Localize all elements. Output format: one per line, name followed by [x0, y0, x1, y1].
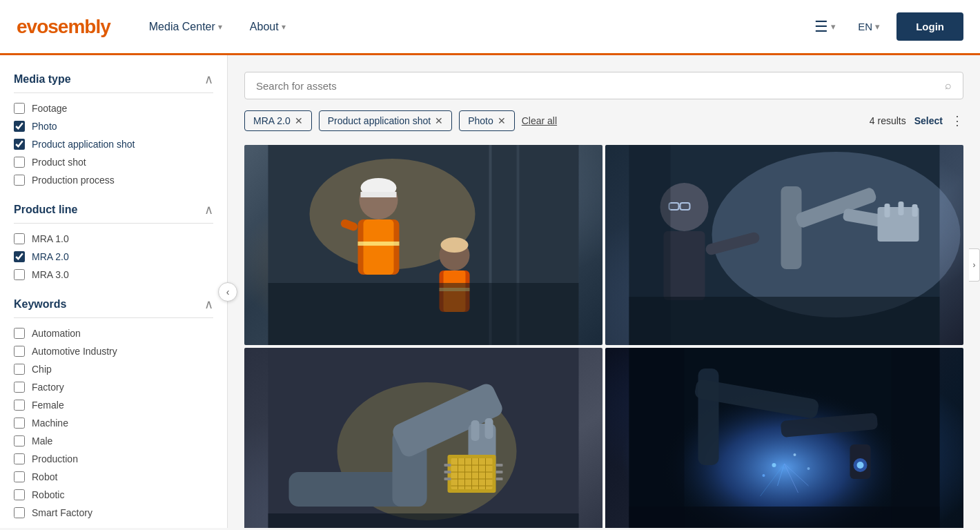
svg-rect-7 [364, 219, 394, 275]
collapse-media-type-icon[interactable]: ∧ [204, 72, 213, 87]
product-application-shot-checkbox[interactable] [14, 139, 25, 150]
mra2-checkbox[interactable] [14, 251, 25, 262]
language-selector[interactable]: EN ▾ [852, 15, 885, 38]
filter-media-type: Media type ∧ Footage Photo Product appli… [14, 72, 213, 186]
svg-rect-78 [629, 348, 685, 528]
image-card-welding[interactable] [605, 348, 963, 528]
filter-product-shot[interactable]: Product shot [14, 157, 213, 168]
main-content: ⌕ MRA 2.0 ✕ Product application shot ✕ P… [228, 55, 980, 528]
factory-checkbox[interactable] [14, 382, 25, 393]
image-card-workers[interactable] [244, 145, 602, 345]
robotic-checkbox[interactable] [14, 489, 25, 500]
svg-point-65 [763, 474, 765, 477]
filter-automotive-industry[interactable]: Automotive Industry [14, 346, 213, 357]
chevron-left-icon: › [973, 260, 976, 270]
svg-point-11 [441, 237, 469, 253]
svg-point-76 [857, 462, 864, 469]
more-options-icon[interactable]: ⋮ [951, 113, 963, 128]
collapse-product-line-icon[interactable]: ∧ [204, 202, 213, 217]
image-grid [244, 145, 963, 528]
svg-rect-32 [912, 204, 918, 217]
svg-rect-59 [496, 478, 503, 480]
svg-rect-57 [496, 464, 503, 467]
automotive-industry-checkbox[interactable] [14, 346, 25, 357]
production-checkbox[interactable] [14, 453, 25, 464]
logo[interactable]: evosembly [17, 16, 110, 38]
search-bar: ⌕ [244, 72, 963, 99]
select-button[interactable]: Select [914, 115, 943, 126]
filter-automation[interactable]: Automation [14, 328, 213, 339]
footage-checkbox[interactable] [14, 103, 25, 114]
main-nav: Media Center ▾ About ▾ [138, 15, 810, 39]
filter-mra-2[interactable]: MRA 2.0 [14, 251, 213, 262]
svg-rect-33 [629, 297, 940, 345]
filter-production-process[interactable]: Production process [14, 175, 213, 186]
tag-mra2[interactable]: MRA 2.0 ✕ [244, 110, 312, 131]
hamburger-menu-button[interactable]: ☰ ▾ [809, 12, 841, 41]
svg-rect-41 [471, 420, 480, 441]
filter-mra-3[interactable]: MRA 3.0 [14, 269, 213, 280]
remove-tag-mra2-icon[interactable]: ✕ [295, 115, 303, 126]
results-count: 4 results [870, 115, 906, 126]
filter-machine[interactable]: Machine [14, 418, 213, 429]
right-panel-collapse-button[interactable]: › [969, 248, 980, 282]
product-shot-checkbox[interactable] [14, 157, 25, 168]
filter-footage[interactable]: Footage [14, 103, 213, 114]
tag-product-application-shot[interactable]: Product application shot ✕ [319, 110, 452, 131]
nav-about[interactable]: About ▾ [239, 15, 297, 39]
image-card-chip-robot[interactable] [244, 348, 602, 528]
chevron-down-icon: ▾ [831, 21, 836, 32]
filter-product-line: Product line ∧ MRA 1.0 MRA 2.0 MRA 3.0 [14, 202, 213, 280]
main-layout: Media type ∧ Footage Photo Product appli… [0, 55, 980, 528]
header-right: ☰ ▾ EN ▾ Login [809, 12, 963, 41]
remove-tag-product-application-shot-icon[interactable]: ✕ [435, 115, 443, 126]
clear-all-button[interactable]: Clear all [522, 115, 557, 126]
machine-checkbox[interactable] [14, 418, 25, 429]
mra3-checkbox[interactable] [14, 269, 25, 280]
svg-rect-42 [485, 418, 493, 439]
svg-rect-8 [358, 242, 400, 246]
svg-point-64 [794, 453, 796, 456]
chevron-down-icon: ▾ [218, 22, 222, 32]
sidebar: Media type ∧ Footage Photo Product appli… [0, 55, 228, 528]
filter-male[interactable]: Male [14, 435, 213, 446]
automation-checkbox[interactable] [14, 328, 25, 339]
svg-rect-34 [629, 145, 671, 345]
filter-female[interactable]: Female [14, 400, 213, 411]
chip-checkbox[interactable] [14, 364, 25, 375]
chevron-down-icon: ▾ [875, 21, 880, 32]
filter-keywords: Keywords ∧ Automation Automotive Industr… [14, 297, 213, 518]
filter-mra-1[interactable]: MRA 1.0 [14, 233, 213, 244]
filter-photo[interactable]: Photo [14, 121, 213, 132]
filter-robot[interactable]: Robot [14, 471, 213, 482]
smart-factory-checkbox[interactable] [14, 507, 25, 518]
filter-robotic[interactable]: Robotic [14, 489, 213, 500]
male-checkbox[interactable] [14, 435, 25, 446]
filter-production[interactable]: Production [14, 453, 213, 464]
login-button[interactable]: Login [896, 12, 963, 41]
svg-rect-31 [899, 202, 904, 215]
nav-media-center[interactable]: Media Center ▾ [138, 15, 233, 39]
filter-factory[interactable]: Factory [14, 382, 213, 393]
hamburger-icon: ☰ [814, 18, 828, 36]
filter-product-application-shot[interactable]: Product application shot [14, 139, 213, 150]
production-process-checkbox[interactable] [14, 175, 25, 186]
keywords-title: Keywords [14, 298, 66, 311]
photo-checkbox[interactable] [14, 121, 25, 132]
collapse-keywords-icon[interactable]: ∧ [204, 297, 213, 312]
search-input[interactable] [256, 80, 945, 92]
filter-smart-factory[interactable]: Smart Factory [14, 507, 213, 518]
sidebar-collapse-button[interactable]: ‹ [218, 282, 237, 302]
svg-point-63 [772, 463, 776, 467]
tag-photo[interactable]: Photo ✕ [459, 110, 515, 131]
filter-chip[interactable]: Chip [14, 364, 213, 375]
svg-rect-56 [444, 478, 451, 480]
female-checkbox[interactable] [14, 400, 25, 411]
filter-keywords-header: Keywords ∧ [14, 297, 213, 318]
remove-tag-photo-icon[interactable]: ✕ [498, 115, 506, 126]
robot-checkbox[interactable] [14, 471, 25, 482]
image-card-robot-arm[interactable] [605, 145, 963, 345]
svg-rect-26 [781, 186, 802, 269]
mra1-checkbox[interactable] [14, 233, 25, 244]
product-line-title: Product line [14, 204, 77, 216]
